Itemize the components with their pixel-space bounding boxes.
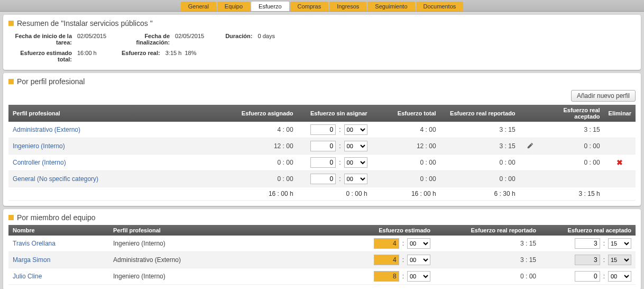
cell-member-profile: Ingeniero (Interno) [109, 236, 355, 252]
cell-accepted: 0 : 00 [541, 138, 604, 155]
est-hour-input[interactable] [374, 255, 399, 265]
panel-profiles: Por perfil profesional Añadir nuevo perf… [3, 73, 641, 206]
label-start-date: Fecha de inicio de la tarea: [8, 33, 72, 46]
th-accepted: Esfuerzo real aceptado [541, 105, 604, 122]
cell-reported: 3 : 15 [440, 122, 520, 138]
th-reported: Esfuerzo real reportado [440, 105, 520, 122]
unassigned-min-select[interactable]: 00 [344, 157, 367, 168]
tab-bar: GeneralEquipoEsfuerzoComprasIngresosSegu… [0, 0, 644, 12]
th-delete: Eliminar [604, 105, 636, 122]
member-row: Marga SimonAdministrativo (Externo):003 … [8, 252, 636, 268]
profile-row: Ingeniero (Interno)12 : 00:0012 : 003 : … [8, 138, 636, 155]
acc-hour-input[interactable] [575, 255, 600, 265]
value-est-effort: 16:00 h [77, 50, 97, 56]
add-profile-button[interactable]: Añadir nuevo perfil [571, 90, 636, 102]
unassigned-hour-input[interactable] [310, 174, 336, 184]
profile-row: Controller (Interno)0 : 00:000 : 000 : 0… [8, 155, 636, 171]
est-min-select[interactable]: 00 [407, 271, 430, 282]
value-real-effort: 3:15 h 18% [165, 50, 197, 56]
acc-hour-input[interactable] [575, 238, 600, 249]
member-row: Julio ClineIngeniero (Interno):000 : 00:… [8, 268, 636, 285]
cell-assigned: 12 : 00 [229, 138, 298, 155]
members-table: Nombre Perfil profesional Esfuerzo estim… [8, 225, 636, 285]
cell-total: 4 : 00 [372, 122, 440, 138]
profile-link[interactable]: General (No specific category) [13, 175, 98, 183]
est-min-select[interactable]: 00 [407, 255, 430, 265]
est-min-select[interactable]: 00 [407, 238, 430, 249]
profile-row: General (No specific category)0 : 00:000… [8, 171, 636, 187]
acc-min-select[interactable]: 15 [608, 255, 631, 265]
th-member-estimated: Esfuerzo estimado [355, 225, 435, 236]
members-title: Por miembro del equipo [8, 213, 636, 222]
total-assigned: 16 : 00 h [229, 187, 298, 201]
unassigned-min-select[interactable]: 00 [344, 141, 367, 151]
cell-member-reported: 3 : 15 [435, 252, 540, 268]
profile-link[interactable]: Administrativo (Externo) [13, 126, 80, 133]
th-member-profile: Perfil profesional [109, 225, 355, 236]
cell-accepted [541, 171, 604, 187]
profile-row: Administrativo (Externo)4 : 00:004 : 003… [8, 122, 636, 138]
unassigned-hour-input[interactable] [310, 124, 336, 135]
summary-title: Resumen de "Instalar servicios públicos … [8, 19, 636, 28]
tab-general[interactable]: General [181, 2, 216, 11]
panel-members: Por miembro del equipo Nombre Perfil pro… [3, 209, 641, 289]
unassigned-min-select[interactable]: 00 [344, 174, 367, 184]
est-hour-input[interactable] [374, 271, 399, 282]
profile-totals-row: 16 : 00 h0 : 00 h16 : 00 h6 : 30 h3 : 15… [8, 187, 636, 201]
value-end-date: 02/05/2015 [175, 33, 204, 39]
cell-member-reported: 0 : 00 [435, 268, 540, 285]
total-unassigned: 0 : 00 h [298, 187, 372, 201]
cell-reported: 0 : 00 [440, 155, 520, 171]
th-total: Esfuerzo total [372, 105, 440, 122]
th-member-name: Nombre [8, 225, 109, 236]
tab-esfuerzo[interactable]: Esfuerzo [251, 2, 289, 11]
tab-seguimiento[interactable]: Seguimiento [367, 2, 415, 11]
value-duration: 0 days [257, 33, 274, 39]
profile-link[interactable]: Ingeniero (Interno) [13, 142, 65, 150]
total-accepted: 3 : 15 h [541, 187, 604, 201]
cell-assigned: 4 : 00 [229, 122, 298, 138]
unassigned-hour-input[interactable] [310, 157, 336, 168]
cell-reported: 3 : 15 [440, 138, 520, 155]
panel-summary: Resumen de "Instalar servicios públicos … [3, 15, 641, 70]
member-link[interactable]: Marga Simon [13, 256, 50, 264]
cell-assigned: 0 : 00 [229, 155, 298, 171]
cell-total: 0 : 00 [372, 171, 440, 187]
est-hour-input[interactable] [374, 238, 399, 249]
unassigned-min-select[interactable]: 00 [344, 124, 367, 135]
unassigned-hour-input[interactable] [310, 141, 336, 151]
profile-link[interactable]: Controller (Interno) [13, 159, 66, 166]
cell-assigned: 0 : 00 [229, 171, 298, 187]
acc-hour-input[interactable] [575, 271, 600, 282]
cell-accepted: 3 : 15 [541, 122, 604, 138]
cell-member-reported: 3 : 15 [435, 236, 540, 252]
profiles-title: Por perfil profesional [8, 77, 636, 86]
label-real-effort: Esfuerzo real: [118, 50, 160, 56]
cell-total: 12 : 00 [372, 138, 440, 155]
cell-accepted: 0 : 00 [541, 155, 604, 171]
tab-documentos[interactable]: Documentos [416, 2, 464, 11]
tab-equipo[interactable]: Equipo [217, 2, 250, 11]
profiles-table: Perfil profesional Esfuerzo asignado Esf… [8, 105, 636, 201]
delete-icon[interactable]: ✖ [617, 158, 623, 167]
acc-min-select[interactable]: 00 [608, 271, 631, 282]
member-link[interactable]: Julio Cline [13, 273, 42, 280]
th-unassigned: Esfuerzo sin asignar [298, 105, 372, 122]
cell-member-profile: Ingeniero (Interno) [109, 268, 355, 285]
member-row: Travis OrellanaIngeniero (Interno):003 :… [8, 236, 636, 252]
cell-member-profile: Administrativo (Externo) [109, 252, 355, 268]
total-reported: 6 : 30 h [440, 187, 520, 201]
th-profile: Perfil profesional [8, 105, 229, 122]
th-assigned: Esfuerzo asignado [229, 105, 298, 122]
tab-ingresos[interactable]: Ingresos [329, 2, 366, 11]
label-duration: Duración: [225, 33, 252, 39]
edit-icon[interactable] [527, 142, 534, 149]
acc-min-select[interactable]: 15 [608, 238, 631, 249]
th-member-reported: Esfuerzo real reportado [435, 225, 540, 236]
th-member-accepted: Esfuerzo real aceptado [540, 225, 636, 236]
cell-reported: 0 : 00 [440, 171, 520, 187]
cell-total: 0 : 00 [372, 155, 440, 171]
value-start-date: 02/05/2015 [77, 33, 106, 39]
member-link[interactable]: Travis Orellana [13, 240, 56, 247]
tab-compras[interactable]: Compras [290, 2, 329, 11]
